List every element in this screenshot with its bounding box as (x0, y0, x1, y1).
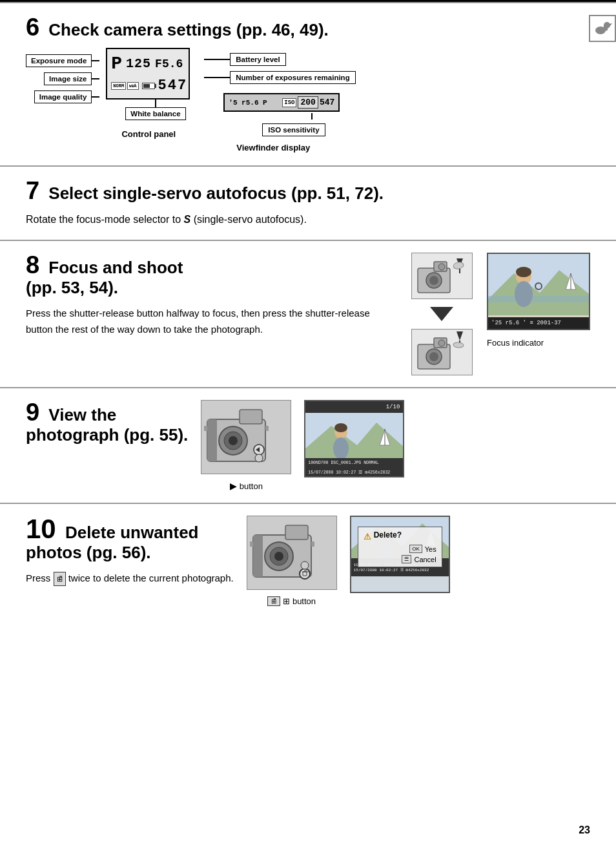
svg-point-35 (255, 454, 263, 462)
section6-number: 6 (26, 14, 39, 41)
delete-dialog-title-row: ⚠ Delete? (364, 530, 436, 542)
svg-point-50 (274, 552, 283, 561)
section10-title-block: 10 Delete unwantedphotos (pg. 56). (26, 516, 234, 563)
delete-yes-label: Yes (425, 545, 436, 553)
section8-body: Press the shutter-release button halfway… (26, 306, 396, 338)
section10-button-label: ⊞̃ ⊞ button (267, 596, 316, 606)
playback-preview-container: 1/10 100ND700 (304, 400, 404, 477)
section9-number: 9 (26, 399, 39, 426)
lcd-norm: NORM (111, 82, 126, 90)
vf-status-bar: '25 r5.6 ' ≡ 2001-37 (488, 317, 589, 329)
section-7: 7 Select single-servo autofocus (pp. 51,… (0, 165, 616, 240)
svg-point-26 (515, 281, 533, 307)
section8-title: Focus and shoot(pp. 53, 54). (26, 258, 183, 297)
lcd-mode: P (111, 54, 122, 74)
svg-point-45 (334, 423, 347, 432)
iso-sensitivity-label: ISO sensitivity (262, 123, 325, 136)
svg-rect-47 (285, 525, 308, 540)
delete-dialog-title: Delete? (374, 530, 402, 540)
section9-title-block: 9 View thephotograph (pg. 55). (26, 400, 188, 445)
viewfinder-display: '5 r5.6 P ISO 200 547 (223, 93, 340, 112)
delete-overlay-dialog: ⚠ Delete? OK Yes ☰ Cancel (358, 527, 442, 567)
image-size-label: Image size (44, 72, 92, 85)
svg-point-7 (429, 276, 438, 285)
camera-delete-illustration (247, 516, 337, 590)
section10-body: Press ⊞̃ twice to delete the current pho… (26, 571, 234, 587)
footer-filename: 100ND700 DSC_0001.JPG NORMAL (308, 461, 378, 465)
section9-title: View thephotograph (pg. 55). (26, 405, 188, 445)
focus-dot (535, 282, 542, 290)
delete-preview-container: 100ND700 DSC_0001.JPG NORMAL15/07/2008 1… (350, 516, 450, 593)
lcd-battery-icon (142, 83, 155, 89)
svg-point-15 (429, 352, 438, 361)
bird-icon (589, 15, 616, 42)
svg-point-19 (453, 342, 464, 348)
section8-number: 8 (26, 251, 39, 278)
delete-yes-row: OK Yes (364, 545, 436, 553)
section7-title-block: 7 Select single-servo autofocus (pp. 51,… (26, 178, 590, 204)
svg-point-44 (333, 437, 349, 459)
vf-left: '5 r5.6 P (229, 99, 267, 107)
playback-scene (305, 413, 403, 465)
playback-preview: 1/10 100ND700 (304, 400, 404, 477)
delete-cancel-row: ☰ Cancel (364, 555, 436, 563)
svg-rect-22 (488, 296, 590, 302)
lcd-display: P 125 F5.6 NORM WBA (106, 48, 190, 100)
svg-rect-33 (207, 419, 217, 461)
page-container: 6 Check camera settings (pp. 46, 49). Ex… (0, 0, 616, 618)
section10-number: 10 (26, 514, 56, 544)
trash-button-icon: ⊞̃ (267, 596, 280, 606)
white-balance-label: White balance (125, 107, 185, 120)
section-10: 10 Delete unwantedphotos (pg. 56). Press… (0, 503, 616, 618)
svg-point-52 (300, 569, 310, 579)
section9-button-label: ▶ button (230, 481, 263, 491)
section7-title: Select single-servo autofocus (pp. 51, 7… (48, 183, 384, 203)
playback-footer: 100ND700 DSC_0001.JPG NORMAL 15/07/2008 … (305, 458, 403, 476)
svg-rect-29 (240, 410, 262, 424)
section-9: 9 View thephotograph (pg. 55). (0, 387, 616, 503)
playback-header: 1/10 (305, 401, 403, 413)
vf-status-text: '25 r5.6 ' ≡ 2001-37 (491, 320, 561, 326)
svg-point-11 (453, 262, 464, 270)
delete-cancel-label: Cancel (414, 556, 436, 563)
number-exposures-label: Number of exposures remaining (230, 71, 355, 84)
section8-preview: '25 r5.6 ' ≡ 2001-37 Focus indicator (487, 253, 590, 375)
image-quality-label: Image quality (34, 90, 92, 103)
camera-photo-illustration (201, 400, 291, 474)
svg-point-32 (229, 436, 238, 445)
svg-rect-57 (250, 541, 253, 547)
svg-point-16 (438, 340, 445, 346)
shutter-press-1 (411, 253, 473, 299)
trash-icon: ⊞̃ (54, 572, 66, 586)
section10-camera: ⊞̃ ⊞ button (247, 516, 337, 606)
warning-icon: ⚠ (364, 532, 371, 541)
playback-arrow-icon: ▶ (230, 481, 237, 491)
section6-title: Check camera settings (pp. 46, 49). (48, 20, 329, 39)
shutter-press-2 (411, 329, 473, 375)
shutter-arrow (430, 307, 453, 321)
lcd-shutter: 125 (126, 56, 151, 71)
svg-rect-58 (311, 541, 314, 547)
lcd-aperture: F5.6 (155, 58, 183, 70)
yes-button-icon: OK (409, 545, 422, 553)
delete-button-text: ⊞ button (283, 596, 316, 606)
lcd-wb: WBA (127, 82, 138, 90)
control-panel-caption: Control panel (121, 129, 176, 139)
svg-marker-17 (457, 331, 463, 341)
section6-title-block: 6 Check camera settings (pp. 46, 49). (26, 15, 590, 40)
svg-rect-37 (204, 426, 207, 431)
section-8: 8 Focus and shoot(pp. 53, 54). Press the… (0, 240, 616, 387)
cancel-button-icon: ☰ (402, 555, 411, 563)
page-number: 23 (579, 824, 590, 836)
section7-body: Rotate the focus-mode selector to S (sin… (26, 211, 590, 228)
footer-date: 15/07/2008 10:02:27 ☰ ⊞4256x2832 (308, 470, 390, 475)
exposure-mode-label: Exposure mode (26, 54, 92, 67)
viewfinder-preview: '25 r5.6 ' ≡ 2001-37 (487, 253, 590, 330)
section8-title-block: 8 Focus and shoot(pp. 53, 54). (26, 253, 396, 298)
vf-right: ISO 200 547 (282, 96, 334, 109)
viewfinder-caption: Viewfinder display (236, 143, 310, 152)
svg-point-8 (438, 264, 445, 270)
svg-rect-51 (253, 535, 263, 577)
svg-rect-38 (265, 426, 269, 431)
playback-button-text: button (240, 481, 263, 491)
